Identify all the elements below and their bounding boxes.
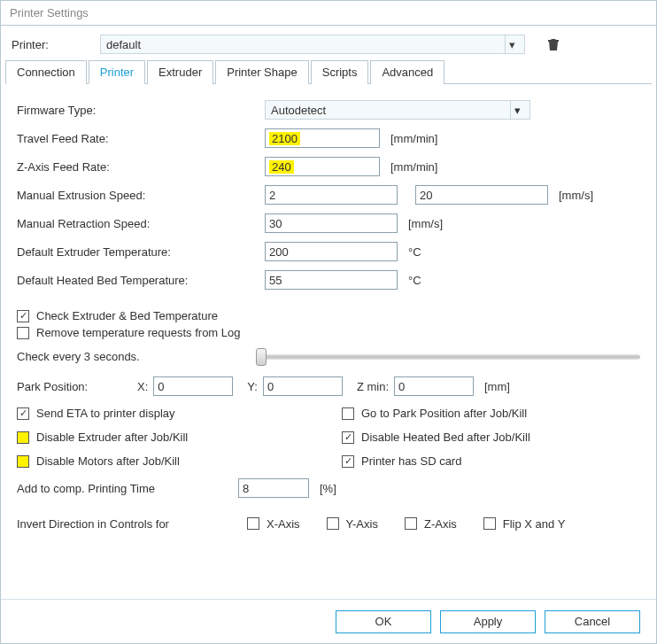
park-zmin-input[interactable]: 0	[394, 376, 474, 396]
park-zmin-label: Z min:	[357, 380, 389, 393]
tab-extruder[interactable]: Extruder	[147, 60, 213, 84]
travel-feed-rate-label: Travel Feed Rate:	[17, 132, 265, 145]
z-feed-rate-label: Z-Axis Feed Rate:	[17, 160, 265, 174]
remove-temp-log-label: Remove temperature requests from Log	[36, 326, 241, 339]
delete-printer-button[interactable]	[545, 35, 562, 53]
default-bed-temp-unit: °C	[408, 274, 421, 287]
printer-tab-panel: Firmware Type: Autodetect ▾ Travel Feed …	[1, 84, 656, 549]
printer-select[interactable]: default ▾	[100, 35, 525, 54]
comp-time-label: Add to comp. Printing Time	[17, 482, 238, 495]
send-eta-checkbox[interactable]: ✓	[17, 407, 29, 420]
invert-x-checkbox[interactable]	[247, 517, 259, 530]
ok-button[interactable]: OK	[336, 610, 431, 633]
default-extruder-temp-label: Default Extruder Temperature:	[17, 245, 265, 259]
send-eta-label: Send ETA to printer display	[36, 407, 175, 420]
default-extruder-temp-input[interactable]: 200	[265, 242, 398, 261]
invert-x-label: X-Axis	[267, 517, 300, 531]
check-temp-label: Check Extruder & Bed Temperature	[36, 309, 218, 322]
firmware-type-value: Autodetect	[271, 104, 326, 117]
chevron-down-icon: ▾	[505, 35, 519, 53]
manual-extrusion-input-1[interactable]: 2	[265, 185, 398, 205]
default-extruder-temp-unit: °C	[408, 245, 421, 259]
disable-extruder-checkbox[interactable]	[17, 431, 29, 444]
tab-scripts[interactable]: Scripts	[311, 60, 369, 84]
has-sd-checkbox[interactable]: ✓	[342, 455, 354, 468]
printer-select-value: default	[106, 38, 141, 51]
remove-temp-log-checkbox[interactable]	[17, 327, 29, 339]
default-bed-temp-input[interactable]: 55	[265, 270, 398, 290]
cancel-button[interactable]: Cancel	[545, 610, 640, 633]
has-sd-label: Printer has SD card	[361, 454, 461, 468]
disable-motors-label: Disable Motors after Job/Kill	[36, 454, 180, 468]
tab-advanced[interactable]: Advanced	[370, 60, 444, 84]
manual-extrusion-label: Manual Extrusion Speed:	[17, 189, 265, 202]
window-title: Printer Settings	[1, 1, 656, 26]
invert-y-checkbox[interactable]	[327, 517, 339, 530]
comp-time-input[interactable]: 8	[238, 478, 309, 498]
goto-park-checkbox[interactable]	[342, 407, 354, 420]
printer-settings-window: Printer Settings Printer: default ▾ Conn…	[0, 0, 657, 644]
tab-connection[interactable]: Connection	[5, 60, 87, 84]
flip-xy-checkbox[interactable]	[483, 517, 496, 530]
invert-y-label: Y-Axis	[346, 517, 378, 531]
manual-retraction-input[interactable]: 30	[265, 213, 398, 233]
park-unit: [mm]	[484, 380, 510, 393]
printer-label: Printer:	[12, 38, 100, 51]
tab-printer[interactable]: Printer	[89, 60, 145, 84]
slider-thumb[interactable]	[256, 348, 267, 366]
slider-track	[256, 354, 640, 360]
manual-retraction-unit: [mm/s]	[408, 217, 443, 230]
check-temp-checkbox[interactable]: ✓	[17, 310, 29, 322]
invert-label: Invert Direction in Controls for	[17, 517, 247, 531]
tab-printer-shape[interactable]: Printer Shape	[215, 60, 309, 84]
z-feed-rate-unit: [mm/min]	[390, 160, 437, 174]
disable-extruder-label: Disable Extruder after Job/Kill	[36, 431, 188, 444]
flip-xy-label: Flip X and Y	[503, 517, 566, 531]
park-y-input[interactable]: 0	[263, 376, 343, 396]
travel-feed-rate-unit: [mm/min]	[390, 132, 437, 145]
z-feed-rate-input[interactable]: 240	[265, 157, 380, 176]
goto-park-label: Go to Park Position after Job/Kill	[361, 407, 527, 420]
park-x-label: X:	[137, 380, 148, 393]
invert-z-checkbox[interactable]	[405, 517, 417, 530]
disable-bed-checkbox[interactable]: ✓	[342, 431, 354, 444]
park-position-label: Park Position:	[17, 380, 123, 393]
firmware-type-select[interactable]: Autodetect ▾	[265, 100, 530, 120]
firmware-type-label: Firmware Type:	[17, 104, 265, 117]
manual-extrusion-unit: [mm/s]	[559, 189, 593, 202]
park-x-input[interactable]: 0	[153, 376, 233, 396]
chevron-down-icon: ▾	[510, 101, 524, 119]
travel-feed-rate-input[interactable]: 2100	[265, 128, 380, 148]
tab-bar: Connection Printer Extruder Printer Shap…	[5, 59, 652, 84]
default-bed-temp-label: Default Heated Bed Temperature:	[17, 274, 265, 287]
comp-time-unit: [%]	[320, 482, 336, 495]
invert-z-label: Z-Axis	[424, 517, 457, 531]
check-interval-slider[interactable]	[256, 346, 640, 366]
park-y-label: Y:	[247, 380, 258, 393]
manual-extrusion-input-2[interactable]: 20	[415, 185, 548, 205]
disable-motors-checkbox[interactable]	[17, 455, 29, 468]
manual-retraction-label: Manual Retraction Speed:	[17, 217, 265, 230]
dialog-footer: OK Apply Cancel	[1, 599, 656, 643]
check-interval-label: Check every 3 seconds.	[17, 350, 247, 363]
disable-bed-label: Disable Heated Bed after Job/Kill	[361, 431, 530, 444]
apply-button[interactable]: Apply	[440, 610, 536, 633]
